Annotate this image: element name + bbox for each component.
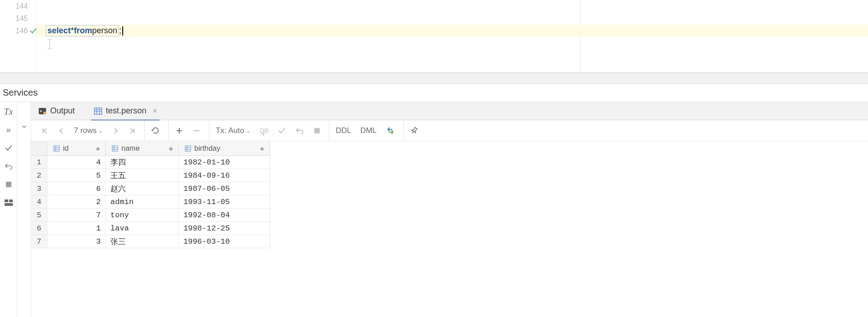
add-row-icon[interactable]	[173, 124, 185, 137]
services-panel-title: Services	[0, 84, 868, 102]
tab-label: Output	[50, 106, 75, 116]
table-body: 14李四1982-01-1025王五1984-09-1636赵六1987-06-…	[31, 156, 270, 248]
dml-button[interactable]: DML	[359, 124, 379, 137]
expand-button[interactable]: »	[3, 124, 15, 136]
svg-rect-3	[5, 203, 13, 206]
table-icon	[94, 107, 102, 115]
db-upload-icon[interactable]: DB	[258, 124, 270, 137]
cell-birthday[interactable]: 1996-03-10	[179, 235, 270, 248]
console-icon	[38, 107, 47, 115]
table-row[interactable]: 25王五1984-09-16	[31, 169, 270, 182]
code-line[interactable]	[36, 12, 868, 25]
table-inner: id ◆ name ◆ birthday ◆ 14李四1982-0	[31, 141, 270, 248]
result-table[interactable]: id ◆ name ◆ birthday ◆ 14李四1982-0	[31, 141, 868, 248]
row-number-cell: 1	[31, 156, 47, 169]
refresh-icon[interactable]	[149, 124, 162, 137]
last-page-icon[interactable]	[127, 124, 138, 137]
cell-name[interactable]: tony	[106, 209, 179, 221]
column-header-id[interactable]: id ◆	[47, 141, 106, 155]
tx-mode-button[interactable]: Tx	[3, 106, 15, 118]
editor-content[interactable]: select * from person ;	[36, 0, 868, 72]
line-number: 144	[0, 0, 36, 12]
ddl-button[interactable]: DDL	[334, 124, 353, 137]
cell-birthday[interactable]: 1987-06-05	[179, 182, 270, 195]
code-line-active[interactable]: select * from person ;	[36, 25, 868, 37]
code-editor[interactable]: 144 145 146 select * from person ;	[0, 0, 868, 73]
svg-rect-1	[5, 199, 8, 202]
chevron-down-icon[interactable]	[20, 124, 29, 129]
sql-keyword: select	[47, 26, 71, 36]
rollback-icon[interactable]	[293, 124, 306, 137]
sql-semicolon: ;	[119, 26, 121, 36]
collapse-splitter[interactable]	[17, 102, 31, 317]
svg-rect-20	[185, 146, 191, 151]
column-icon	[53, 145, 60, 152]
next-page-icon[interactable]	[110, 124, 121, 137]
svg-rect-0	[6, 182, 11, 187]
cell-id[interactable]: 2	[47, 195, 106, 208]
cell-id[interactable]: 6	[47, 182, 106, 195]
cell-birthday[interactable]: 1982-01-10	[179, 156, 270, 169]
sort-icon[interactable]: ◆	[260, 145, 264, 152]
svg-rect-11	[314, 128, 320, 133]
line-gutter: 144 145 146	[0, 0, 36, 72]
cell-name[interactable]: 赵六	[106, 182, 179, 195]
cell-birthday[interactable]: 1984-09-16	[179, 169, 270, 182]
tab-result[interactable]: test.person ×	[91, 102, 160, 120]
close-tab-icon[interactable]: ×	[153, 107, 157, 115]
first-page-icon[interactable]	[39, 124, 50, 137]
splitter[interactable]	[0, 73, 868, 84]
table-row[interactable]: 42admin1993-11-05	[31, 195, 270, 209]
check-icon[interactable]	[3, 142, 15, 154]
cell-name[interactable]: 王五	[106, 169, 179, 182]
sort-icon[interactable]: ◆	[96, 145, 100, 152]
text-caret	[122, 26, 123, 36]
cell-birthday[interactable]: 1993-11-05	[179, 195, 270, 208]
stop-icon[interactable]	[3, 179, 15, 190]
svg-rect-6	[94, 108, 102, 114]
tx-mode-dropdown[interactable]: Tx: Auto⌄	[214, 124, 252, 137]
cell-name[interactable]: admin	[106, 195, 179, 208]
pin-icon[interactable]	[408, 124, 420, 137]
sql-keyword: from	[74, 26, 92, 36]
cell-id[interactable]: 7	[47, 209, 106, 221]
code-line[interactable]	[36, 0, 868, 12]
stop-query-icon[interactable]	[312, 124, 322, 137]
tab-output[interactable]: Output	[36, 102, 78, 120]
undo-icon[interactable]	[3, 160, 15, 172]
prev-page-icon[interactable]	[56, 124, 67, 137]
commit-icon[interactable]	[276, 124, 288, 137]
svg-rect-16	[112, 146, 118, 151]
sql-statement-box[interactable]: select * from person	[46, 25, 119, 36]
layout-icon[interactable]	[3, 197, 15, 209]
cell-name[interactable]: 张三	[106, 235, 179, 248]
sort-icon[interactable]: ◆	[169, 145, 173, 152]
column-header-birthday[interactable]: birthday ◆	[179, 141, 270, 155]
table-row[interactable]: 57tony1992-08-04	[31, 209, 270, 222]
remove-row-icon[interactable]	[191, 124, 203, 137]
cell-name[interactable]: lava	[106, 222, 179, 235]
table-row[interactable]: 36赵六1987-06-05	[31, 182, 270, 195]
cell-id[interactable]: 4	[47, 156, 106, 169]
column-header-name[interactable]: name ◆	[106, 141, 179, 155]
line-number: 145	[0, 12, 36, 25]
row-number-cell: 4	[31, 195, 47, 208]
table-row[interactable]: 73张三1996-03-10	[31, 235, 270, 248]
cell-id[interactable]: 3	[47, 235, 106, 248]
checkmark-icon	[30, 27, 37, 35]
compare-icon[interactable]	[384, 124, 397, 137]
svg-rect-2	[9, 199, 13, 202]
table-row[interactable]: 61lava1998-12-25	[31, 222, 270, 235]
row-count-button[interactable]: 7 rows⌄	[72, 124, 105, 137]
cell-name[interactable]: 李四	[106, 156, 179, 169]
cell-id[interactable]: 1	[47, 222, 106, 235]
tab-bar: Output test.person ×	[31, 102, 868, 120]
row-number-header[interactable]	[31, 141, 47, 155]
cell-id[interactable]: 5	[47, 169, 106, 182]
cell-birthday[interactable]: 1998-12-25	[179, 222, 270, 235]
left-tool-strip: Tx »	[0, 102, 17, 317]
result-toolbar: 7 rows⌄ Tx: Auto⌄ DB	[31, 120, 868, 141]
table-row[interactable]: 14李四1982-01-10	[31, 156, 270, 169]
cell-birthday[interactable]: 1992-08-04	[179, 209, 270, 221]
column-icon	[111, 145, 119, 152]
